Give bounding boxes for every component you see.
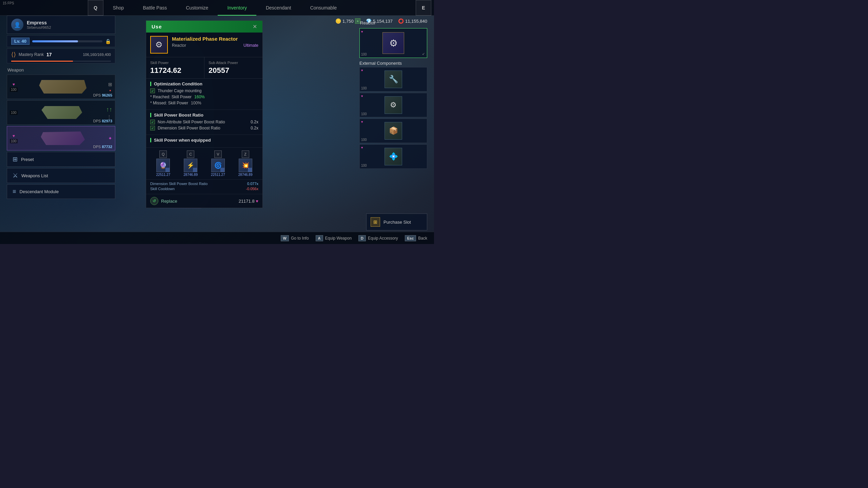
ext-slot-2[interactable]: ♥ ⚙ 100 <box>359 93 427 117</box>
bottom-stats: Dimension Skill Power Boost Ratio 0.077x… <box>146 180 262 194</box>
boost-item-1: ✓ Non-Attribute Skill Power Boost Ratio … <box>150 120 258 124</box>
weapon-slot-3[interactable]: ♥ 100 ✦ DPS 87732 <box>7 126 115 150</box>
ext-heart-3: ♥ <box>361 120 363 124</box>
weapon-section-label: Weapon <box>7 67 115 73</box>
skill-cell-c: C ⚡ 28746.89 <box>178 150 204 177</box>
weapon-slot-2-left: 100 <box>10 110 18 115</box>
level-bar: Lv. 40 🔒 <box>7 35 115 47</box>
nav-e-button[interactable]: E <box>416 0 431 16</box>
mastery-xp-bar-wrap <box>11 61 111 62</box>
ext-slot-4[interactable]: ♥ 💠 100 <box>359 144 427 169</box>
reactor-slot[interactable]: ♥ ⚙ 100 ↙ <box>359 28 427 58</box>
skill-val-z: 28746.89 <box>238 173 253 177</box>
fps-counter: 15 FPS <box>3 1 14 5</box>
skill-power-stat: Skill Power 11724.62 <box>146 57 204 78</box>
check-box-boost-2: ✓ <box>150 126 155 130</box>
weapons-list-button[interactable]: ⚔ Weapons List <box>7 168 115 183</box>
ext-item-image-1: 🔧 <box>384 70 402 88</box>
weapon-shape-1 <box>39 80 86 94</box>
opt-reached: * Reached: Skill Power 160% <box>150 95 258 99</box>
opt-missed-val: 100% <box>191 101 201 105</box>
weapon-level-1: 100 <box>10 87 18 92</box>
close-button[interactable]: ✕ <box>253 23 257 30</box>
favorite-icon-3: ♥ <box>13 134 15 138</box>
nav-item-customize[interactable]: Customize <box>176 0 218 16</box>
boost-val-2: 0.2x <box>251 126 258 130</box>
boost-ratio-title: Skill Power Boost Ratio <box>150 113 258 118</box>
ext-slot-1[interactable]: ♥ 🔧 100 <box>359 67 427 92</box>
weapon-slot-3-left: ♥ 100 <box>10 134 18 143</box>
item-title-info: Materialized Phase Reactor Reactor Ultim… <box>172 36 258 48</box>
sub-attack-value: 20557 <box>209 66 258 75</box>
nav-item-inventory[interactable]: Inventory <box>218 0 256 16</box>
equip-weapon-shortcut: A Equip Weapon <box>316 235 352 241</box>
descendant-module-icon: ≡ <box>13 188 16 195</box>
item-name: Materialized Phase Reactor <box>172 36 258 42</box>
item-type: Reactor <box>172 43 186 48</box>
boost-val-1: 0.2x <box>251 120 258 124</box>
d-key-badge: D <box>358 235 366 241</box>
score-value: 21171.8 ♥ <box>239 199 258 204</box>
right-panel: Reactor ♥ ⚙ 100 ↙ External Components ♥ … <box>359 20 427 170</box>
skill-equipped-section: Skill Power when equipped <box>146 135 262 148</box>
weapon-level-2: 100 <box>10 110 18 115</box>
nav-q-button[interactable]: Q <box>88 0 103 16</box>
ext-heart-1: ♥ <box>361 68 363 72</box>
ext-components-label: External Components <box>359 61 427 66</box>
optimization-section: Optimization Condition ✓ Thunder Cage mo… <box>146 79 262 110</box>
weapon-slot-1-right: ⊞ ● <box>108 82 112 92</box>
nav-item-consumable[interactable]: Consumable <box>301 0 347 16</box>
skill-icon-q: 🔮 <box>156 159 170 172</box>
weapon-slot-3-right: ✦ <box>108 136 112 141</box>
replace-row: ↺ Replace 21171.8 ♥ <box>146 194 262 208</box>
item-title-row: ⚙ Materialized Phase Reactor Reactor Ult… <box>146 33 262 57</box>
avatar: 👤 <box>11 19 23 31</box>
check-box-1: ✓ <box>150 88 155 93</box>
ext-level-4: 100 <box>361 164 367 167</box>
reactor-section-label: Reactor <box>359 20 427 25</box>
stat-val-cooldown: -0.056x <box>246 187 258 191</box>
opt-missed: * Missed: Skill Power 100% <box>150 101 258 105</box>
skill-key-v: V <box>214 150 222 158</box>
mastery-xp-bar <box>11 61 73 62</box>
bottom-stat-cooldown: Skill Cooldown -0.056x <box>150 187 258 191</box>
replace-button[interactable]: Replace <box>161 199 177 204</box>
stat-name-dimension: Dimension Skill Power Boost Ratio <box>150 182 208 186</box>
reactor-item-level: 100 <box>361 53 367 56</box>
mastery-xp: 106,160/169,400 <box>83 53 111 57</box>
skill-cell-z: Z 💥 28746.89 <box>232 150 258 177</box>
user-info: Empress Sirberus#9652 <box>27 20 51 29</box>
use-panel: Use ✕ ⚙ Materialized Phase Reactor React… <box>146 20 263 208</box>
reactor-item-arrow-icon: ↙ <box>422 52 425 56</box>
ext-heart-4: ♥ <box>361 146 363 149</box>
equip-accessory-shortcut: D Equip Accessory <box>358 235 398 241</box>
nav-item-descendant[interactable]: Descendant <box>256 0 301 16</box>
weapon-slot-1-left: ♥ 100 <box>10 82 18 92</box>
preset-button[interactable]: ⊞ Preset <box>7 152 115 167</box>
stat-val-dimension: 0.077x <box>247 182 258 186</box>
nav-item-battlepass[interactable]: Battle Pass <box>133 0 176 16</box>
reactor-heart-icon: ♥ <box>361 30 363 34</box>
check-box-boost-1: ✓ <box>150 120 155 124</box>
purchase-slot-label: Purchase Slot <box>383 220 411 225</box>
nav-item-shop[interactable]: Shop <box>103 0 134 16</box>
user-id: Sirberus#9652 <box>27 25 51 29</box>
sub-attack-label: Sub Attack Power <box>209 61 258 65</box>
item-grade: Ultimate <box>243 43 258 48</box>
skill-key-z: Z <box>242 150 249 158</box>
ext-level-2: 100 <box>361 112 367 116</box>
esc-key-badge: Esc <box>405 235 416 241</box>
skill-val-v: 22511.27 <box>211 173 225 177</box>
a-key-badge: A <box>316 235 323 241</box>
w-key-badge: W <box>281 235 289 241</box>
weapon-slot-2[interactable]: 100 ↑↑ ⋮ DPS 82973 <box>7 100 115 125</box>
weapon-slot-1[interactable]: ♥ 100 ⊞ ● DPS 96265 <box>7 75 115 99</box>
ext-slot-3[interactable]: ♥ 📦 100 <box>359 119 427 143</box>
opt-check-1: ✓ Thunder Cage mounting <box>150 88 258 93</box>
ext-level-1: 100 <box>361 86 367 90</box>
descendant-module-button[interactable]: ≡ Descendant Module <box>7 184 115 199</box>
purchase-slot-button[interactable]: ⊞ Purchase Slot <box>366 214 427 230</box>
skill-equipped-title: Skill Power when equipped <box>150 138 258 143</box>
skill-key-c: C <box>187 150 194 158</box>
weapon-shape-3 <box>41 131 85 145</box>
